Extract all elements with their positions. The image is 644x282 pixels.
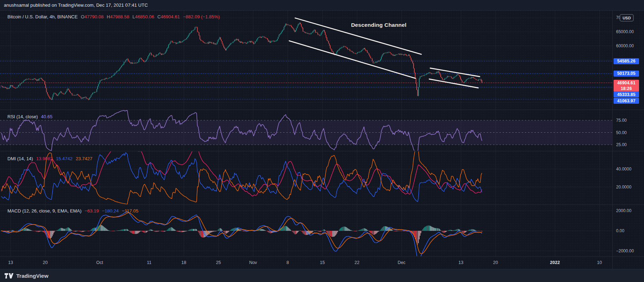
ohlc-letter: C	[157, 14, 160, 19]
alert-price-badge: 41063.97	[614, 98, 639, 104]
time-axis-label: 20	[493, 260, 498, 265]
last-price: 46904.61	[617, 80, 636, 86]
ohlc-letter: L	[133, 14, 135, 19]
ohlc-value: H47988.58	[107, 14, 129, 19]
time-axis-label: 11	[147, 260, 152, 265]
ohlc-value: −882.09 (−1.85%)	[183, 14, 220, 19]
ohlc-value: L46850.06	[133, 14, 154, 19]
ohlc-values: O47790.08H47988.58L46850.06C46904.61−882…	[81, 14, 220, 19]
price-scale-label: 65000.00	[616, 29, 634, 35]
time-axis-label: 10	[597, 260, 602, 265]
macd-scale-label: 0.00	[616, 228, 624, 234]
rsi-scale-label: 75.00	[616, 118, 627, 123]
ohlc-letter: O	[81, 14, 84, 19]
ohlc-letter: H	[107, 14, 110, 19]
ohlc-number: 47988.58	[110, 14, 129, 19]
ohlc-number: 46850.06	[135, 14, 154, 19]
time-axis-label: 8	[287, 260, 289, 265]
time-axis-label: 22	[355, 260, 359, 265]
rsi-legend[interactable]: RSI (14, close)40.65	[7, 114, 53, 119]
symbol-legend[interactable]: Bitcoin / U.S. Dollar, 4h, BINANCE O4779…	[7, 14, 220, 19]
footer-bar: TradingView	[0, 269, 644, 282]
time-axis-label: Dec	[398, 260, 405, 265]
alert-price-badge: 50173.05	[614, 71, 639, 77]
macd-scale-label: −2000.00	[616, 248, 634, 254]
macd-value: −63.19	[85, 208, 99, 214]
dmi-value: 15.4742	[56, 156, 72, 161]
tradingview-snapshot: anushsamal published on TradingView.com,…	[0, 0, 644, 282]
alert-price-badge: 54585.26	[614, 58, 639, 64]
dmi-scale-label: 40.0000	[616, 166, 631, 172]
time-axis-label: 13	[8, 260, 13, 265]
rsi-scale-label: 25.00	[616, 142, 627, 148]
ohlc-number: 46904.61	[161, 14, 180, 19]
price-scale-label: 60000.00	[616, 43, 634, 49]
rsi-value: 40.65	[41, 114, 53, 119]
last-price-badge: 46904.6118:26	[614, 80, 639, 92]
dmi-value: 13.9082	[36, 156, 53, 161]
macd-scale-label: 2000.00	[616, 208, 631, 214]
ohlc-number: −882.09 (−1.85%)	[183, 14, 220, 19]
time-axis-label: 18	[181, 260, 186, 265]
macd-value: −180.24	[102, 208, 119, 214]
time-axis-label: Oct	[96, 260, 103, 265]
bar-countdown: 18:26	[621, 86, 632, 91]
macd-legend[interactable]: MACD (12, 26, close, 9, EMA, EMA)−63.19−…	[7, 208, 138, 214]
dmi-legend[interactable]: DMI (14, 14)13.908215.474223.7427	[7, 156, 92, 161]
rsi-legend-title: RSI (14, close)	[7, 114, 38, 119]
time-axis-label: 15	[320, 260, 325, 265]
rsi-scale-label: 50.00	[616, 130, 627, 136]
dmi-legend-title: DMI (14, 14)	[7, 156, 33, 161]
ohlc-number: 47790.08	[84, 14, 104, 19]
currency-toggle-button[interactable]: USD	[620, 14, 634, 22]
ohlc-value: C46904.61	[157, 14, 180, 19]
symbol-title: Bitcoin / U.S. Dollar, 4h, BINANCE	[7, 14, 78, 19]
dmi-value: 23.7427	[76, 156, 92, 161]
tradingview-logo-icon	[5, 273, 13, 279]
time-axis-label: 25	[216, 260, 221, 265]
time-axis-label: 2022	[550, 260, 560, 265]
chart-canvas[interactable]	[0, 0, 644, 282]
tradingview-logo-text: TradingView	[16, 273, 48, 279]
alert-price-badge: 45333.85	[614, 91, 639, 97]
macd-legend-title: MACD (12, 26, close, 9, EMA, EMA)	[7, 208, 82, 214]
macd-value: −117.05	[122, 208, 138, 214]
channel-annotation-label[interactable]: Descending Channel	[351, 22, 406, 28]
dmi-scale-label: 20.0000	[616, 184, 631, 190]
ohlc-value: O47790.08	[81, 14, 104, 19]
tradingview-logo[interactable]: TradingView	[0, 273, 48, 279]
time-axis-label: 20	[43, 260, 48, 265]
time-axis-label: Nov	[249, 260, 257, 265]
time-axis-label: 13	[458, 260, 463, 265]
